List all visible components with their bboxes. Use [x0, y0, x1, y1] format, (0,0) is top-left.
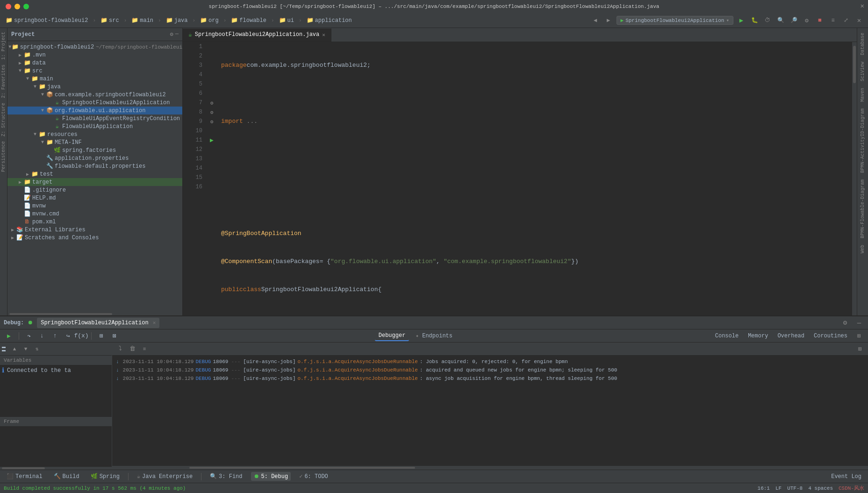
tree-external-libs[interactable]: ▶ 📚 External Libraries: [7, 226, 182, 234]
settings-btn[interactable]: ⚙: [802, 15, 812, 26]
nav-flowable[interactable]: 📁 flowable: [229, 16, 268, 25]
favorites-tab[interactable]: 2: Favorites: [1, 63, 6, 100]
restore-layout-btn[interactable]: ⊞: [96, 331, 107, 341]
nav-application[interactable]: 📁 application: [305, 16, 354, 25]
tree-app-properties[interactable]: 🔧 application.properties: [7, 154, 182, 162]
tree-src[interactable]: ▼ 📁 src: [7, 67, 182, 75]
tree-flowable-properties[interactable]: 🔧 flowable-default.properties: [7, 162, 182, 170]
debug-settings-btn[interactable]: ⚙: [840, 318, 850, 328]
right-sidebar-maven[interactable]: Maven: [860, 85, 865, 105]
editor-tab-main[interactable]: ☕ SpringbootFlowableui2Application.java …: [183, 29, 331, 42]
restore-layout2-btn[interactable]: ⊞: [854, 331, 864, 341]
tree-org-flowable[interactable]: ▼ 📦 org.flowable.ui.application: [7, 107, 182, 114]
run-to-cursor-btn[interactable]: ↪: [63, 331, 73, 341]
debug-bottom-btn[interactable]: ⏺ 5: Debug: [251, 472, 291, 481]
expand-btn[interactable]: ⤢: [841, 15, 851, 26]
tree-java[interactable]: ▼ 📁 java: [7, 83, 182, 91]
tree-resources[interactable]: ▼ 📁 resources: [7, 130, 182, 138]
todo-btn[interactable]: ✓ 6: TODO: [296, 472, 331, 481]
structure-tab[interactable]: Z: Structure: [1, 101, 6, 138]
panel-settings-icon[interactable]: ⚙: [170, 31, 173, 38]
var-sort-btn[interactable]: ⇅: [32, 344, 42, 354]
var-down-btn[interactable]: ▼: [21, 344, 31, 354]
nav-forward-btn[interactable]: ▶: [603, 15, 614, 26]
tree-springboot-app[interactable]: ☕ SpringbootFlowableui2Application: [7, 99, 182, 107]
coverage-btn[interactable]: ⏱: [762, 15, 773, 26]
tree-scratches[interactable]: ▶ 📝 Scratches and Consoles: [7, 234, 182, 242]
panel-collapse-icon[interactable]: —: [175, 31, 179, 38]
nav-java[interactable]: 📁 java: [164, 16, 190, 25]
right-sidebar-database[interactable]: Database: [860, 30, 865, 58]
tree-mvnw-cmd[interactable]: 📄 mvnw.cmd: [7, 210, 182, 218]
more-btn[interactable]: ≡: [828, 15, 838, 26]
terminal-btn[interactable]: ⬛ Terminal: [4, 472, 45, 481]
profile-btn[interactable]: 🔍: [775, 15, 786, 26]
tree-flowable-event[interactable]: ☕ FlowableUiAppEventRegistryCondition: [7, 114, 182, 122]
tree-root[interactable]: ▼ 📁 springboot-flowableui2 ~/Temp/spring…: [7, 43, 182, 51]
maximize-btn[interactable]: [23, 4, 29, 9]
search-everywhere-btn[interactable]: 🔎: [789, 15, 799, 26]
right-sidebar-bpmn-activity[interactable]: BPMN-ActivityID-Diagram: [860, 106, 865, 176]
tree-pom-xml[interactable]: 🗎 pom.xml: [7, 218, 182, 226]
console-clear-btn[interactable]: 🗑: [127, 344, 137, 354]
code-area[interactable]: package com.example.springbootflowableui…: [217, 42, 852, 315]
right-sidebar-sciview[interactable]: SciView: [860, 59, 865, 84]
event-log-btn[interactable]: Event Log: [828, 472, 864, 481]
step-out-btn[interactable]: ↑: [50, 331, 60, 341]
console-scroll-end-btn[interactable]: ⤵: [115, 344, 125, 354]
subtab-memory[interactable]: Memory: [744, 331, 772, 341]
editor-content[interactable]: 1 2 3 4 5 6 7 8 9 10 11 12 13 14 15 16: [183, 42, 857, 315]
tree-mvn[interactable]: ▶ 📁 .mvn: [7, 51, 182, 59]
tree-spring-factories[interactable]: 🌿 spring.factories: [7, 146, 182, 154]
restore-layout3-btn[interactable]: ⊞: [855, 344, 865, 354]
tree-com-example[interactable]: ▼ 📦 com.example.springbootflowableui2: [7, 91, 182, 99]
tab-close-btn[interactable]: ✕: [322, 32, 325, 38]
step-into-btn[interactable]: ↓: [37, 331, 47, 341]
debug-tab-close[interactable]: ✕: [153, 320, 156, 326]
find-btn[interactable]: 🔍 3: Find: [207, 472, 245, 481]
editor-scrollbar[interactable]: [852, 42, 857, 315]
debug-minimize-btn[interactable]: —: [854, 318, 864, 328]
nav-main[interactable]: 📁 main: [129, 16, 155, 25]
tree-mvnw[interactable]: 📄 mvnw: [7, 202, 182, 210]
subtab-coroutines[interactable]: Coroutines: [810, 331, 851, 341]
close-btn[interactable]: [6, 4, 11, 9]
subtab-console[interactable]: Console: [711, 331, 742, 341]
right-sidebar-bpmn-flowable[interactable]: BPMN-Flowable-Diagram: [860, 177, 865, 241]
tree-target[interactable]: ▶ 📁 target: [7, 178, 182, 186]
tree-test[interactable]: ▶ 📁 test: [7, 170, 182, 178]
right-sidebar-web[interactable]: Web: [860, 242, 865, 256]
tree-flowable-app[interactable]: ☕ FlowableUiApplication: [7, 122, 182, 130]
debug-run-btn[interactable]: 🐛: [749, 15, 760, 26]
run-config-selector[interactable]: ▶ SpringbootFlowableui2Application ▾: [617, 16, 733, 25]
subtab-endpoints[interactable]: ✦ Endpoints: [412, 331, 456, 341]
run-btn[interactable]: ▶: [736, 15, 746, 26]
subtab-debugger[interactable]: Debugger: [375, 331, 409, 341]
var-up-btn[interactable]: ▲: [9, 344, 20, 354]
evaluate-btn[interactable]: f(x): [76, 331, 86, 341]
project-tab[interactable]: 1: Project: [1, 30, 6, 62]
nav-src[interactable]: 📁 src: [99, 16, 121, 25]
java-enterprise-btn[interactable]: ☕ Java Enterprise: [134, 472, 195, 481]
close-editor-btn[interactable]: ✕: [854, 15, 864, 26]
settings2-btn[interactable]: ⊠: [109, 331, 120, 341]
subtab-overhead[interactable]: Overhead: [774, 331, 808, 341]
tree-help-md[interactable]: 📝 HELP.md: [7, 194, 182, 202]
resume-btn[interactable]: ▶: [4, 331, 14, 341]
tree-main[interactable]: ▼ 📁 main: [7, 75, 182, 83]
spring-btn[interactable]: 🌿 Spring: [88, 472, 122, 481]
minimize-btn[interactable]: [14, 4, 20, 9]
nav-back-btn[interactable]: ◀: [590, 15, 601, 26]
build-btn[interactable]: 🔨 Build: [51, 472, 82, 481]
step-over-btn[interactable]: ↷: [24, 331, 34, 341]
debug-tab-main[interactable]: SpringbootFlowableui2Application ✕: [37, 318, 159, 328]
console-scrollbar[interactable]: [112, 466, 868, 470]
tree-gitignore[interactable]: 📄 .gitignore: [7, 186, 182, 194]
nav-org[interactable]: 📁 org: [198, 16, 221, 25]
stop-btn[interactable]: ■: [815, 15, 825, 26]
nav-project[interactable]: 📁 springboot-flowableui2: [4, 16, 90, 25]
tree-meta-inf[interactable]: ▼ 📁 META-INF: [7, 138, 182, 146]
persistence-tab[interactable]: Persistence: [1, 139, 6, 174]
tree-data[interactable]: ▶ 📁 data: [7, 59, 182, 67]
console-format-btn[interactable]: ≡: [139, 344, 150, 354]
